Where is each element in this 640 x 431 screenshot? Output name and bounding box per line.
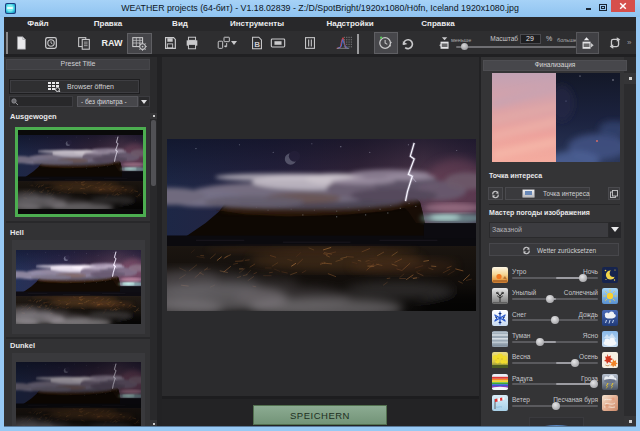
svg-text:B: B <box>254 40 260 49</box>
